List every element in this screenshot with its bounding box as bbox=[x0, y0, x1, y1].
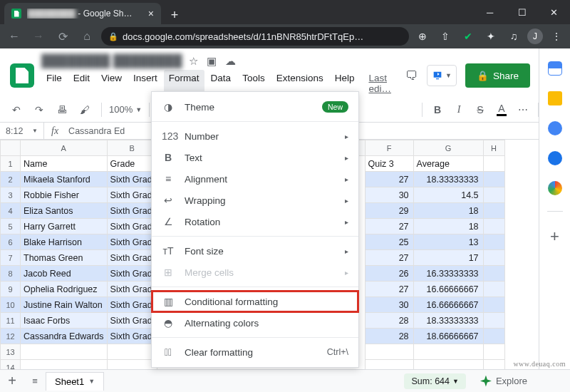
cell[interactable]: Cassandra Edwards bbox=[21, 329, 108, 344]
cell[interactable] bbox=[483, 329, 504, 344]
tasks-addon-icon[interactable] bbox=[548, 121, 562, 135]
cell[interactable] bbox=[483, 156, 504, 172]
cell[interactable]: 16.66666667 bbox=[413, 282, 483, 297]
cell[interactable]: 16.66666667 bbox=[413, 297, 483, 313]
row-header[interactable]: 3 bbox=[1, 187, 21, 203]
cell[interactable]: Sixth Grad bbox=[107, 219, 157, 234]
close-window-button[interactable]: ✕ bbox=[538, 0, 570, 24]
cell[interactable]: 18.33333333 bbox=[413, 172, 483, 187]
cell[interactable]: 30 bbox=[365, 187, 413, 203]
cell[interactable]: Jacob Reed bbox=[21, 266, 108, 282]
all-sheets-button[interactable]: ≡ bbox=[24, 376, 46, 386]
cell[interactable] bbox=[483, 266, 504, 282]
menu-theme[interactable]: ◑ Theme New bbox=[152, 96, 358, 118]
cell[interactable]: 30 bbox=[365, 297, 413, 313]
menu-alternating-colors[interactable]: ◓ Alternating colors bbox=[152, 312, 358, 334]
cell[interactable]: Sixth Grad bbox=[107, 234, 157, 250]
cell[interactable]: 27 bbox=[365, 172, 413, 187]
text-color-button[interactable]: A bbox=[492, 100, 511, 119]
last-edit-link[interactable]: Last edi… bbox=[363, 70, 398, 97]
maximize-button[interactable]: ☐ bbox=[506, 0, 538, 24]
cell[interactable]: Thomas Green bbox=[21, 250, 108, 266]
cell[interactable] bbox=[21, 344, 108, 360]
cell[interactable]: 29 bbox=[365, 203, 413, 219]
menu-rotation[interactable]: ∠ Rotation▸ bbox=[152, 211, 358, 232]
cell[interactable] bbox=[483, 234, 504, 250]
comments-icon[interactable]: 🗨 bbox=[405, 68, 418, 83]
cell[interactable] bbox=[483, 313, 504, 329]
name-box[interactable]: 8:12▼ bbox=[0, 123, 44, 139]
minimize-button[interactable]: ─ bbox=[474, 0, 506, 24]
menu-edit[interactable]: Edit bbox=[68, 70, 95, 97]
row-header[interactable]: 6 bbox=[1, 234, 21, 250]
quick-sum-chip[interactable]: Sum: 644▼ bbox=[404, 373, 465, 389]
paint-format-button[interactable]: 🖌 bbox=[76, 100, 94, 119]
cell[interactable]: 27 bbox=[365, 250, 413, 266]
cell[interactable]: 14.5 bbox=[413, 187, 483, 203]
cell[interactable]: Sixth Grad bbox=[107, 313, 157, 329]
cell[interactable]: 13 bbox=[413, 234, 483, 250]
sheet-tab[interactable]: Sheet1▼ bbox=[46, 372, 104, 391]
row-header[interactable]: 13 bbox=[1, 344, 21, 360]
row-header[interactable]: 8 bbox=[1, 266, 21, 282]
move-icon[interactable]: ▣ bbox=[207, 55, 217, 68]
cell[interactable]: Isaac Forbs bbox=[21, 313, 108, 329]
cell[interactable]: Robbie Fisher bbox=[21, 187, 108, 203]
col-header-a[interactable]: A bbox=[21, 140, 108, 156]
cell[interactable]: Sixth Grad bbox=[107, 172, 157, 187]
cell[interactable]: Eliza Santos bbox=[21, 203, 108, 219]
col-header-b[interactable]: B bbox=[107, 140, 157, 156]
cell[interactable]: Sixth Grad bbox=[107, 203, 157, 219]
reload-button[interactable]: ⟳ bbox=[53, 26, 73, 46]
extension-shield-icon[interactable]: ✔ bbox=[459, 27, 477, 46]
cell[interactable] bbox=[483, 250, 504, 266]
zoom-icon[interactable]: ⊕ bbox=[413, 27, 432, 46]
cell[interactable] bbox=[483, 282, 504, 297]
cell[interactable]: Sixth Grad bbox=[107, 329, 157, 344]
calendar-addon-icon[interactable] bbox=[548, 61, 562, 76]
menu-conditional-formatting[interactable]: ▥ Conditional formatting bbox=[152, 291, 358, 312]
col-header-g[interactable]: G bbox=[413, 140, 483, 156]
cell[interactable] bbox=[483, 219, 504, 234]
browser-tab[interactable]: ████████ - Google Sh… × bbox=[4, 3, 161, 24]
close-tab-icon[interactable]: × bbox=[148, 8, 154, 19]
cell[interactable]: 26 bbox=[365, 266, 413, 282]
cell[interactable]: Quiz 3 bbox=[365, 156, 413, 172]
row-header[interactable]: 5 bbox=[1, 219, 21, 234]
keep-addon-icon[interactable] bbox=[548, 91, 562, 105]
extensions-icon[interactable]: ✦ bbox=[482, 27, 500, 46]
cell[interactable]: Name bbox=[21, 156, 108, 172]
select-all-cell[interactable] bbox=[1, 140, 21, 156]
col-header-f[interactable]: F bbox=[365, 140, 413, 156]
cell[interactable]: Sixth Grad bbox=[107, 297, 157, 313]
cell[interactable]: 18 bbox=[413, 219, 483, 234]
add-sheet-button[interactable]: + bbox=[0, 373, 24, 389]
share-page-icon[interactable]: ⇧ bbox=[436, 27, 455, 46]
undo-button[interactable]: ↶ bbox=[7, 100, 26, 119]
profile-avatar[interactable]: J bbox=[527, 29, 543, 44]
cell[interactable]: 18.33333333 bbox=[413, 313, 483, 329]
formula-input[interactable]: Cassandra Ed bbox=[66, 126, 128, 136]
share-button[interactable]: 🔒 Share bbox=[465, 63, 530, 88]
cell[interactable]: 18.66666667 bbox=[413, 329, 483, 344]
cell[interactable]: 18 bbox=[413, 203, 483, 219]
document-title[interactable]: ████████ ████████ bbox=[41, 54, 182, 68]
cell[interactable] bbox=[413, 344, 483, 360]
cell[interactable]: Blake Harrison bbox=[21, 234, 108, 250]
bold-button[interactable]: B bbox=[428, 100, 447, 119]
row-header[interactable]: 2 bbox=[1, 172, 21, 187]
cell[interactable] bbox=[107, 344, 157, 360]
cell[interactable] bbox=[483, 297, 504, 313]
cell[interactable]: 28 bbox=[365, 313, 413, 329]
cell[interactable] bbox=[483, 172, 504, 187]
cell[interactable]: 28 bbox=[365, 329, 413, 344]
col-header-h[interactable]: H bbox=[483, 140, 504, 156]
back-button[interactable]: ← bbox=[4, 26, 24, 46]
forward-button[interactable]: → bbox=[28, 26, 48, 46]
music-extension-icon[interactable]: ♫ bbox=[504, 27, 523, 46]
strikethrough-button[interactable]: S bbox=[471, 100, 489, 119]
menu-number[interactable]: 123 Number▸ bbox=[152, 125, 358, 147]
meet-button[interactable]: ▼ bbox=[427, 65, 457, 86]
explore-button[interactable]: Explore bbox=[473, 373, 534, 390]
menu-text[interactable]: B Text▸ bbox=[152, 147, 358, 168]
